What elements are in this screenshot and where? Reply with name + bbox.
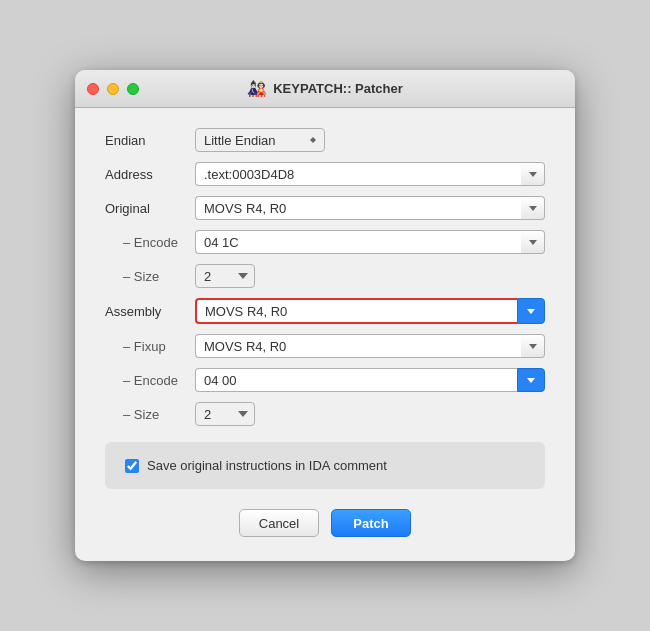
- original-input[interactable]: [195, 196, 521, 220]
- endian-control: Little Endian Big Endian: [195, 128, 545, 152]
- address-dropdown-btn[interactable]: [521, 162, 545, 186]
- original-encode-control: [195, 230, 545, 254]
- encode-control: [195, 368, 545, 392]
- traffic-lights: [87, 83, 139, 95]
- original-size-select[interactable]: 2 4: [195, 264, 255, 288]
- original-size-row: – Size 2 4: [105, 264, 545, 288]
- address-label: Address: [105, 167, 195, 182]
- minimize-button[interactable]: [107, 83, 119, 95]
- endian-select[interactable]: Little Endian Big Endian: [195, 128, 325, 152]
- encode-row: – Encode: [105, 368, 545, 392]
- assembly-dropdown-btn[interactable]: [517, 298, 545, 324]
- original-control: [195, 196, 545, 220]
- main-window: 🎎 KEYPATCH:: Patcher Endian Little Endia…: [75, 70, 575, 561]
- size-row: – Size 2 4: [105, 402, 545, 426]
- address-input-group: [195, 162, 545, 186]
- address-chevron-icon: [529, 172, 537, 177]
- assembly-input[interactable]: [195, 298, 517, 324]
- fixup-dropdown-btn[interactable]: [521, 334, 545, 358]
- titlebar: 🎎 KEYPATCH:: Patcher: [75, 70, 575, 108]
- original-dropdown-btn[interactable]: [521, 196, 545, 220]
- original-encode-row: – Encode: [105, 230, 545, 254]
- endian-label: Endian: [105, 133, 195, 148]
- fixup-label: – Fixup: [105, 339, 195, 354]
- window-title: 🎎 KEYPATCH:: Patcher: [247, 79, 403, 98]
- assembly-row: Assembly: [105, 298, 545, 324]
- original-label: Original: [105, 201, 195, 216]
- original-encode-input-group: [195, 230, 545, 254]
- address-control: [195, 162, 545, 186]
- original-row: Original: [105, 196, 545, 220]
- title-icon: 🎎: [247, 79, 267, 98]
- encode-input-group: [195, 368, 545, 392]
- assembly-chevron-icon: [527, 309, 535, 314]
- checkbox-row: Save original instructions in IDA commen…: [105, 442, 545, 489]
- fixup-control: [195, 334, 545, 358]
- encode-input[interactable]: [195, 368, 517, 392]
- original-encode-chevron-icon: [529, 240, 537, 245]
- address-input[interactable]: [195, 162, 521, 186]
- title-text: KEYPATCH:: Patcher: [273, 81, 403, 96]
- original-encode-label: – Encode: [105, 235, 195, 250]
- assembly-input-group: [195, 298, 545, 324]
- close-button[interactable]: [87, 83, 99, 95]
- endian-row: Endian Little Endian Big Endian: [105, 128, 545, 152]
- save-instructions-checkbox[interactable]: [125, 459, 139, 473]
- cancel-button[interactable]: Cancel: [239, 509, 319, 537]
- encode-chevron-icon: [527, 378, 535, 383]
- original-encode-input[interactable]: [195, 230, 521, 254]
- original-size-control: 2 4: [195, 264, 545, 288]
- fixup-input[interactable]: [195, 334, 521, 358]
- assembly-label: Assembly: [105, 304, 195, 319]
- fixup-row: – Fixup: [105, 334, 545, 358]
- original-size-label: – Size: [105, 269, 195, 284]
- address-row: Address: [105, 162, 545, 186]
- patch-button[interactable]: Patch: [331, 509, 411, 537]
- size-label: – Size: [105, 407, 195, 422]
- fixup-chevron-icon: [529, 344, 537, 349]
- original-encode-dropdown-btn[interactable]: [521, 230, 545, 254]
- fixup-input-group: [195, 334, 545, 358]
- save-instructions-label: Save original instructions in IDA commen…: [147, 458, 387, 473]
- button-row: Cancel Patch: [105, 509, 545, 537]
- encode-dropdown-btn[interactable]: [517, 368, 545, 392]
- size-select[interactable]: 2 4: [195, 402, 255, 426]
- assembly-control: [195, 298, 545, 324]
- size-control: 2 4: [195, 402, 545, 426]
- original-input-group: [195, 196, 545, 220]
- encode-label: – Encode: [105, 373, 195, 388]
- original-chevron-icon: [529, 206, 537, 211]
- maximize-button[interactable]: [127, 83, 139, 95]
- form-content: Endian Little Endian Big Endian Address: [75, 108, 575, 561]
